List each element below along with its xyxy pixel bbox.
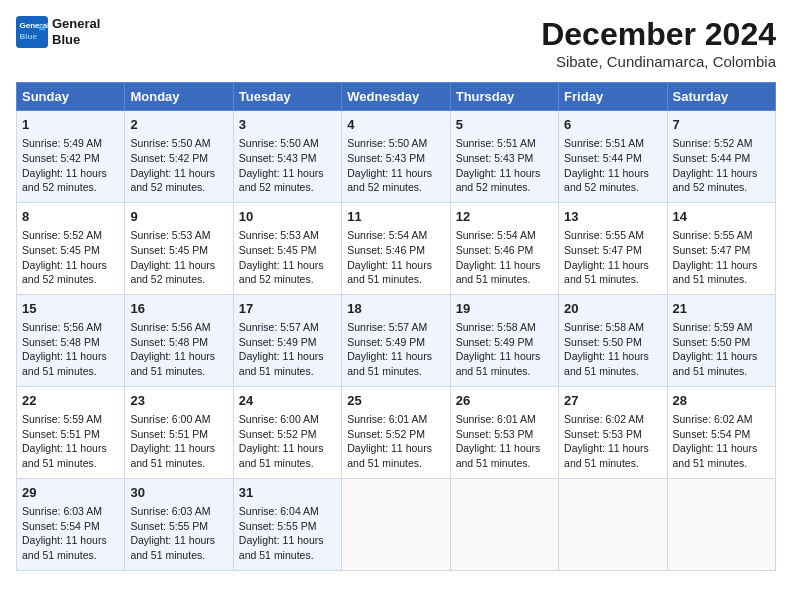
sunrise-text: Sunrise: 5:57 AM xyxy=(347,321,427,333)
calendar-cell xyxy=(450,478,558,570)
daylight-text: Daylight: 11 hours and 51 minutes. xyxy=(22,350,107,377)
calendar-cell: 5Sunrise: 5:51 AMSunset: 5:43 PMDaylight… xyxy=(450,111,558,203)
logo: General Blue General Blue xyxy=(16,16,100,48)
sunrise-text: Sunrise: 5:56 AM xyxy=(22,321,102,333)
sunrise-text: Sunrise: 5:51 AM xyxy=(564,137,644,149)
day-number: 11 xyxy=(347,208,444,226)
daylight-text: Daylight: 11 hours and 52 minutes. xyxy=(239,259,324,286)
sunset-text: Sunset: 5:52 PM xyxy=(239,428,317,440)
sunset-text: Sunset: 5:42 PM xyxy=(22,152,100,164)
calendar-cell: 12Sunrise: 5:54 AMSunset: 5:46 PMDayligh… xyxy=(450,202,558,294)
sunset-text: Sunset: 5:55 PM xyxy=(130,520,208,532)
sunrise-text: Sunrise: 5:52 AM xyxy=(673,137,753,149)
calendar-cell: 18Sunrise: 5:57 AMSunset: 5:49 PMDayligh… xyxy=(342,294,450,386)
calendar-header-row: SundayMondayTuesdayWednesdayThursdayFrid… xyxy=(17,83,776,111)
daylight-text: Daylight: 11 hours and 51 minutes. xyxy=(239,442,324,469)
sunrise-text: Sunrise: 5:54 AM xyxy=(456,229,536,241)
sunrise-text: Sunrise: 6:04 AM xyxy=(239,505,319,517)
calendar-week-row: 22Sunrise: 5:59 AMSunset: 5:51 PMDayligh… xyxy=(17,386,776,478)
calendar-cell: 11Sunrise: 5:54 AMSunset: 5:46 PMDayligh… xyxy=(342,202,450,294)
sunset-text: Sunset: 5:51 PM xyxy=(22,428,100,440)
daylight-text: Daylight: 11 hours and 52 minutes. xyxy=(239,167,324,194)
day-number: 31 xyxy=(239,484,336,502)
sunrise-text: Sunrise: 6:00 AM xyxy=(239,413,319,425)
daylight-text: Daylight: 11 hours and 52 minutes. xyxy=(22,259,107,286)
header-tuesday: Tuesday xyxy=(233,83,341,111)
calendar-cell: 20Sunrise: 5:58 AMSunset: 5:50 PMDayligh… xyxy=(559,294,667,386)
day-number: 21 xyxy=(673,300,770,318)
sunset-text: Sunset: 5:50 PM xyxy=(673,336,751,348)
page-subtitle: Sibate, Cundinamarca, Colombia xyxy=(541,53,776,70)
sunrise-text: Sunrise: 5:54 AM xyxy=(347,229,427,241)
header-monday: Monday xyxy=(125,83,233,111)
calendar-cell: 14Sunrise: 5:55 AMSunset: 5:47 PMDayligh… xyxy=(667,202,775,294)
daylight-text: Daylight: 11 hours and 51 minutes. xyxy=(22,442,107,469)
day-number: 9 xyxy=(130,208,227,226)
daylight-text: Daylight: 11 hours and 51 minutes. xyxy=(456,350,541,377)
calendar-cell: 8Sunrise: 5:52 AMSunset: 5:45 PMDaylight… xyxy=(17,202,125,294)
calendar-cell: 21Sunrise: 5:59 AMSunset: 5:50 PMDayligh… xyxy=(667,294,775,386)
header-sunday: Sunday xyxy=(17,83,125,111)
daylight-text: Daylight: 11 hours and 51 minutes. xyxy=(673,442,758,469)
sunset-text: Sunset: 5:46 PM xyxy=(456,244,534,256)
daylight-text: Daylight: 11 hours and 51 minutes. xyxy=(456,259,541,286)
calendar-cell: 29Sunrise: 6:03 AMSunset: 5:54 PMDayligh… xyxy=(17,478,125,570)
day-number: 16 xyxy=(130,300,227,318)
header-saturday: Saturday xyxy=(667,83,775,111)
calendar-cell: 10Sunrise: 5:53 AMSunset: 5:45 PMDayligh… xyxy=(233,202,341,294)
calendar-cell: 15Sunrise: 5:56 AMSunset: 5:48 PMDayligh… xyxy=(17,294,125,386)
daylight-text: Daylight: 11 hours and 52 minutes. xyxy=(673,167,758,194)
sunset-text: Sunset: 5:49 PM xyxy=(347,336,425,348)
sunrise-text: Sunrise: 5:52 AM xyxy=(22,229,102,241)
sunrise-text: Sunrise: 5:55 AM xyxy=(673,229,753,241)
calendar-cell: 19Sunrise: 5:58 AMSunset: 5:49 PMDayligh… xyxy=(450,294,558,386)
daylight-text: Daylight: 11 hours and 52 minutes. xyxy=(347,167,432,194)
calendar-cell: 13Sunrise: 5:55 AMSunset: 5:47 PMDayligh… xyxy=(559,202,667,294)
calendar-cell: 24Sunrise: 6:00 AMSunset: 5:52 PMDayligh… xyxy=(233,386,341,478)
sunset-text: Sunset: 5:49 PM xyxy=(456,336,534,348)
sunrise-text: Sunrise: 5:51 AM xyxy=(456,137,536,149)
day-number: 1 xyxy=(22,116,119,134)
daylight-text: Daylight: 11 hours and 52 minutes. xyxy=(22,167,107,194)
sunrise-text: Sunrise: 6:01 AM xyxy=(456,413,536,425)
sunset-text: Sunset: 5:51 PM xyxy=(130,428,208,440)
daylight-text: Daylight: 11 hours and 51 minutes. xyxy=(564,442,649,469)
sunrise-text: Sunrise: 6:02 AM xyxy=(673,413,753,425)
sunrise-text: Sunrise: 5:58 AM xyxy=(564,321,644,333)
day-number: 22 xyxy=(22,392,119,410)
day-number: 18 xyxy=(347,300,444,318)
calendar-week-row: 15Sunrise: 5:56 AMSunset: 5:48 PMDayligh… xyxy=(17,294,776,386)
daylight-text: Daylight: 11 hours and 51 minutes. xyxy=(564,259,649,286)
daylight-text: Daylight: 11 hours and 51 minutes. xyxy=(564,350,649,377)
daylight-text: Daylight: 11 hours and 51 minutes. xyxy=(130,442,215,469)
day-number: 6 xyxy=(564,116,661,134)
daylight-text: Daylight: 11 hours and 51 minutes. xyxy=(347,350,432,377)
sunset-text: Sunset: 5:55 PM xyxy=(239,520,317,532)
sunset-text: Sunset: 5:47 PM xyxy=(673,244,751,256)
daylight-text: Daylight: 11 hours and 52 minutes. xyxy=(564,167,649,194)
calendar-cell xyxy=(342,478,450,570)
day-number: 8 xyxy=(22,208,119,226)
sunrise-text: Sunrise: 5:49 AM xyxy=(22,137,102,149)
sunset-text: Sunset: 5:54 PM xyxy=(22,520,100,532)
day-number: 7 xyxy=(673,116,770,134)
daylight-text: Daylight: 11 hours and 51 minutes. xyxy=(239,350,324,377)
sunrise-text: Sunrise: 5:55 AM xyxy=(564,229,644,241)
day-number: 25 xyxy=(347,392,444,410)
sunrise-text: Sunrise: 5:50 AM xyxy=(130,137,210,149)
day-number: 23 xyxy=(130,392,227,410)
sunset-text: Sunset: 5:53 PM xyxy=(456,428,534,440)
sunrise-text: Sunrise: 6:00 AM xyxy=(130,413,210,425)
svg-text:Blue: Blue xyxy=(20,32,38,41)
calendar-cell xyxy=(667,478,775,570)
daylight-text: Daylight: 11 hours and 51 minutes. xyxy=(456,442,541,469)
calendar-cell: 22Sunrise: 5:59 AMSunset: 5:51 PMDayligh… xyxy=(17,386,125,478)
sunset-text: Sunset: 5:43 PM xyxy=(347,152,425,164)
day-number: 29 xyxy=(22,484,119,502)
calendar-cell: 23Sunrise: 6:00 AMSunset: 5:51 PMDayligh… xyxy=(125,386,233,478)
calendar-cell: 25Sunrise: 6:01 AMSunset: 5:52 PMDayligh… xyxy=(342,386,450,478)
day-number: 24 xyxy=(239,392,336,410)
sunrise-text: Sunrise: 5:53 AM xyxy=(239,229,319,241)
daylight-text: Daylight: 11 hours and 51 minutes. xyxy=(130,534,215,561)
sunset-text: Sunset: 5:47 PM xyxy=(564,244,642,256)
